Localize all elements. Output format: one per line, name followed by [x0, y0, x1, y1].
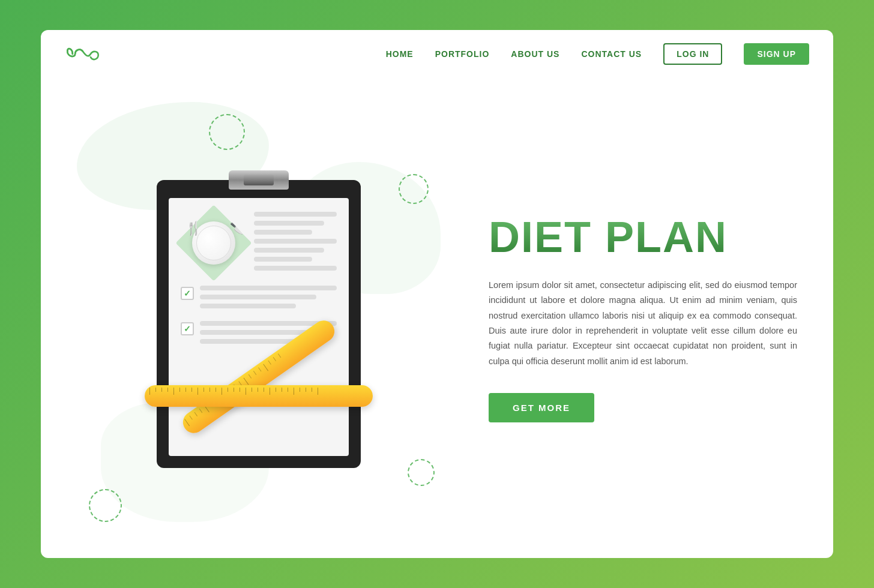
tape-mark: [282, 388, 282, 392]
right-panel: DIET PLAN Lorem ipsum dolor sit amet, co…: [477, 78, 833, 558]
left-panel: 🍴 🔪: [41, 78, 477, 558]
text-line: [254, 239, 337, 244]
measuring-tape: [133, 372, 385, 420]
tape-mark: [179, 388, 180, 392]
nav-home[interactable]: HOME: [386, 49, 414, 59]
dashed-circle-3: [408, 459, 435, 486]
text-line: [200, 304, 296, 308]
get-more-button[interactable]: GET MORE: [489, 393, 594, 422]
checkbox-1: ✓: [181, 287, 194, 300]
checkmark-2: ✓: [184, 324, 191, 334]
tape-mark: [312, 388, 312, 392]
plate-container: 🍴 🔪: [181, 210, 247, 276]
tape-mark: [185, 388, 186, 392]
login-button[interactable]: LOG IN: [663, 43, 722, 65]
check-item-1: ✓: [181, 286, 337, 313]
text-line: [200, 330, 316, 335]
tape-mark: [318, 388, 318, 395]
food-area: 🍴 🔪: [181, 210, 337, 276]
tape-mark: [270, 388, 270, 395]
tape-mark: [252, 388, 252, 392]
navbar: HOME PORTFOLIO ABOUT US CONTACT US LOG I…: [41, 30, 833, 78]
nav-about[interactable]: ABOUT US: [511, 49, 559, 59]
tape-mark: [228, 388, 228, 392]
text-line: [254, 221, 324, 226]
tape-mark: [234, 388, 234, 392]
tape-mark: [191, 388, 192, 392]
check-lines-1: [200, 286, 337, 313]
clipboard-clip: [229, 170, 289, 190]
tape-mark: [155, 388, 156, 392]
tape-mark: [300, 388, 300, 392]
clip-inner: [244, 175, 274, 185]
knife-icon: 🔪: [230, 222, 243, 235]
checkmark-1: ✓: [184, 289, 191, 298]
tape-mark: [240, 388, 240, 392]
text-line: [200, 295, 316, 299]
tape-markings: [145, 385, 373, 395]
text-line: [254, 266, 337, 271]
tape-mark: [222, 388, 222, 395]
tape-mark: [161, 388, 162, 392]
tape-mark: [149, 388, 150, 395]
tape-mark: [209, 388, 210, 392]
nav-portfolio[interactable]: PORTFOLIO: [435, 49, 490, 59]
hero-description: Lorem ipsum dolor sit amet, consectetur …: [489, 278, 797, 369]
dashed-circle-1: [209, 114, 245, 150]
text-line: [254, 248, 324, 253]
tape-mark: [173, 388, 174, 395]
content-area: 🍴 🔪: [41, 78, 833, 558]
tape-mark: [294, 388, 294, 395]
tape-mark: [203, 388, 204, 392]
tape-horizontal: [145, 385, 373, 407]
nav-contact[interactable]: CONTACT US: [581, 49, 642, 59]
logo: [65, 42, 101, 66]
fork-icon: 🍴: [185, 221, 202, 236]
text-line: [254, 212, 337, 217]
checkbox-2: ✓: [181, 322, 194, 335]
dashed-circle-4: [89, 489, 122, 522]
clipboard-illustration: 🍴 🔪: [157, 180, 361, 468]
tape-mark: [258, 388, 258, 392]
tape-mark: [167, 388, 168, 392]
text-line: [254, 257, 312, 262]
tape-mark: [197, 388, 198, 395]
tape-mark: [276, 388, 276, 392]
text-lines-area: [254, 212, 337, 275]
text-line: [200, 286, 337, 290]
nav-links: HOME PORTFOLIO ABOUT US CONTACT US LOG I…: [386, 43, 809, 65]
tape-mark: [246, 388, 246, 395]
page-container: HOME PORTFOLIO ABOUT US CONTACT US LOG I…: [41, 30, 833, 558]
tape-mark: [288, 388, 288, 392]
signup-button[interactable]: SIGN UP: [744, 43, 809, 65]
dashed-circle-2: [399, 174, 429, 204]
tape-mark: [215, 388, 216, 392]
tape-mark: [306, 388, 306, 392]
tape-mark: [264, 388, 264, 392]
text-line: [200, 339, 296, 344]
text-line: [254, 230, 312, 235]
hero-title: DIET PLAN: [489, 214, 797, 261]
